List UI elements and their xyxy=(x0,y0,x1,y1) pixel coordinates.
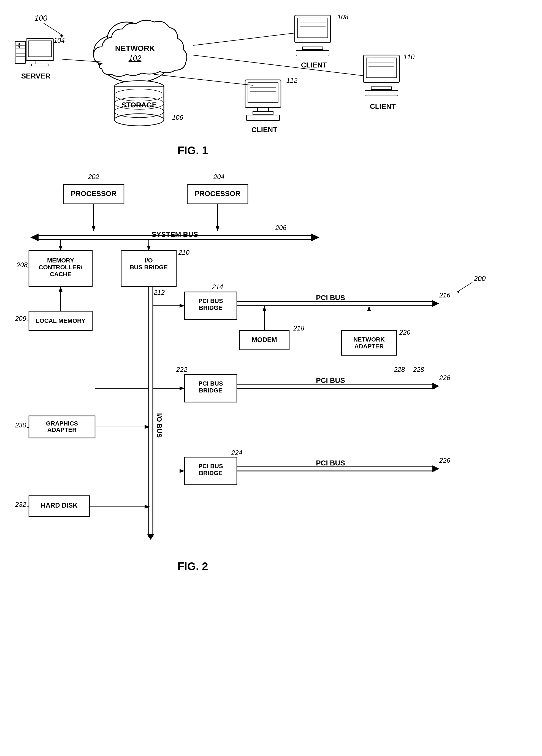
svg-text:220: 220 xyxy=(399,329,411,336)
svg-text:FIG. 1: FIG. 1 xyxy=(177,144,208,156)
svg-line-60 xyxy=(193,55,364,76)
svg-text:I/O: I/O xyxy=(145,257,153,264)
svg-text:210: 210 xyxy=(178,249,190,256)
svg-text:PCI BUS: PCI BUS xyxy=(316,459,345,467)
svg-rect-62 xyxy=(248,83,278,102)
svg-text:CLIENT: CLIENT xyxy=(251,126,277,134)
diagram-svg: 100 NETWORK 102 xyxy=(0,0,542,756)
svg-marker-139 xyxy=(367,306,371,311)
svg-rect-16 xyxy=(28,41,52,57)
svg-text:226: 226 xyxy=(439,457,451,464)
svg-rect-17 xyxy=(36,61,44,64)
svg-text:ADAPTER: ADAPTER xyxy=(354,343,384,350)
svg-point-34 xyxy=(114,114,164,126)
svg-rect-19 xyxy=(15,41,26,63)
svg-marker-145 xyxy=(180,386,185,390)
svg-text:PROCESSOR: PROCESSOR xyxy=(71,189,116,198)
svg-text:204: 204 xyxy=(213,173,224,180)
svg-rect-64 xyxy=(253,112,273,114)
svg-text:222: 222 xyxy=(176,366,187,373)
svg-text:108: 108 xyxy=(337,13,349,21)
svg-text:224: 224 xyxy=(231,449,242,456)
svg-line-50 xyxy=(193,33,295,45)
svg-rect-63 xyxy=(258,107,269,112)
page: 100 NETWORK 102 xyxy=(0,0,542,756)
svg-text:BRIDGE: BRIDGE xyxy=(199,387,223,394)
svg-text:100: 100 xyxy=(34,14,47,22)
svg-text:STORAGE: STORAGE xyxy=(121,101,157,109)
svg-text:SERVER: SERVER xyxy=(21,72,51,80)
svg-marker-166 xyxy=(180,469,185,473)
svg-text:MEMORY: MEMORY xyxy=(47,257,74,264)
svg-text:209: 209 xyxy=(15,315,26,322)
svg-rect-45 xyxy=(296,50,329,56)
svg-marker-79 xyxy=(92,226,96,231)
svg-text:PCI BUS: PCI BUS xyxy=(198,297,223,304)
svg-text:I/O BUS: I/O BUS xyxy=(156,413,163,438)
svg-text:228: 228 xyxy=(413,366,424,373)
svg-text:200: 200 xyxy=(473,274,486,283)
svg-text:232: 232 xyxy=(15,501,26,508)
svg-text:PCI BUS: PCI BUS xyxy=(198,463,223,470)
svg-rect-43 xyxy=(307,43,318,47)
svg-text:206: 206 xyxy=(275,224,287,231)
svg-text:CLIENT: CLIENT xyxy=(370,102,396,110)
svg-marker-88 xyxy=(30,234,39,241)
svg-text:SYSTEM BUS: SYSTEM BUS xyxy=(151,230,198,239)
svg-text:230: 230 xyxy=(15,421,26,429)
svg-text:NETWORK: NETWORK xyxy=(115,44,155,53)
svg-text:214: 214 xyxy=(212,283,223,291)
svg-text:PCI BUS: PCI BUS xyxy=(316,294,345,302)
svg-marker-148 xyxy=(432,383,439,389)
svg-text:104: 104 xyxy=(54,37,65,44)
svg-marker-177 xyxy=(145,505,150,509)
svg-text:228: 228 xyxy=(394,366,405,373)
svg-rect-52 xyxy=(366,58,397,78)
svg-rect-65 xyxy=(246,115,280,121)
svg-rect-42 xyxy=(297,18,328,38)
svg-marker-103 xyxy=(147,246,151,251)
svg-text:HARD DISK: HARD DISK xyxy=(41,502,78,509)
svg-text:202: 202 xyxy=(88,173,99,180)
svg-rect-44 xyxy=(302,47,323,50)
svg-text:PCI BUS: PCI BUS xyxy=(198,380,223,387)
svg-rect-53 xyxy=(376,83,387,87)
svg-text:ADAPTER: ADAPTER xyxy=(47,426,77,433)
svg-text:212: 212 xyxy=(153,289,165,296)
svg-marker-160 xyxy=(145,425,150,429)
svg-text:PROCESSOR: PROCESSOR xyxy=(195,189,240,198)
svg-line-70 xyxy=(154,74,253,85)
svg-text:PCI BUS: PCI BUS xyxy=(316,376,345,384)
svg-text:216: 216 xyxy=(439,291,451,299)
svg-marker-169 xyxy=(432,465,439,472)
svg-marker-125 xyxy=(432,300,439,307)
svg-rect-18 xyxy=(32,64,48,66)
svg-text:CACHE: CACHE xyxy=(50,271,71,278)
svg-line-157 xyxy=(96,388,149,427)
svg-rect-55 xyxy=(365,90,398,96)
svg-text:112: 112 xyxy=(286,77,297,84)
svg-marker-105 xyxy=(59,246,63,251)
svg-text:CONTROLLER/: CONTROLLER/ xyxy=(39,264,83,271)
svg-marker-84 xyxy=(216,226,219,231)
svg-text:BUS BRIDGE: BUS BRIDGE xyxy=(130,264,168,271)
svg-rect-54 xyxy=(371,87,392,90)
svg-text:LOCAL MEMORY: LOCAL MEMORY xyxy=(36,317,85,324)
svg-marker-122 xyxy=(180,304,185,308)
svg-marker-133 xyxy=(262,306,266,311)
svg-text:FIG. 2: FIG. 2 xyxy=(177,560,208,572)
svg-text:226: 226 xyxy=(439,374,451,381)
svg-text:110: 110 xyxy=(403,53,415,61)
svg-marker-111 xyxy=(59,286,63,292)
svg-marker-89 xyxy=(311,234,319,241)
svg-text:NETWORK: NETWORK xyxy=(353,336,385,343)
svg-line-1 xyxy=(43,23,63,36)
svg-text:106: 106 xyxy=(172,114,183,121)
svg-point-25 xyxy=(18,43,20,45)
svg-text:218: 218 xyxy=(293,324,305,332)
svg-text:BRIDGE: BRIDGE xyxy=(199,304,223,311)
svg-text:CLIENT: CLIENT xyxy=(301,61,327,69)
svg-text:BRIDGE: BRIDGE xyxy=(199,470,223,476)
svg-text:102: 102 xyxy=(129,54,142,62)
svg-point-26 xyxy=(18,46,20,48)
